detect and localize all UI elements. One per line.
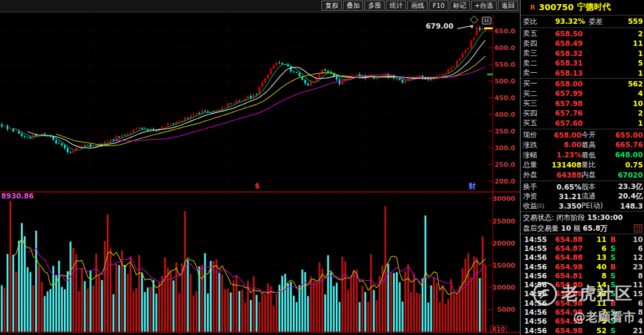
peak-price-annotation: 679.00 [426,22,476,30]
weibi-value: 93.32% [546,17,585,26]
ask-label: 卖二 [523,58,546,69]
ask-count: 1 [583,49,643,58]
trade-row: 14:56654.987S8 [521,308,644,317]
toolbar-multi-stock-button[interactable]: 多股 [364,1,385,11]
toolbar-overlay-button[interactable]: 叠加 [343,1,363,11]
info-value: 67020 [609,171,643,179]
trade-side: B [606,263,620,271]
trade-volume: 11 [583,299,606,308]
trade-price: 654.98 [547,299,583,308]
bid-count: 2 [583,109,643,117]
svg-text:500.0: 500.0 [494,77,515,85]
trading-status-row: 交易状态: 闭市阶段 15:30:00 [521,213,644,223]
bid-price: 657.76 [546,109,583,117]
ask-price: 658.50 [546,30,583,38]
toolbar-draw-line-button[interactable]: 画线 [407,1,428,11]
trade-price: 654.88 [547,290,583,298]
svg-text:30000: 30000 [493,195,516,203]
svg-text:450.0: 450.0 [494,94,515,102]
trade-price: 654.88 [547,235,583,244]
trade-volume: 11 [583,235,606,244]
annotation-arrow-icon [456,23,476,30]
svg-text:600.0: 600.0 [494,44,515,52]
toolbar-buttons: 复权叠加多股统计画线F10标记+自选返回 [321,1,518,11]
trade-side: B [606,299,620,308]
toolbar-back-button[interactable]: 返回 [498,1,518,11]
toolbar-mark-button[interactable]: 标记 [450,1,470,11]
toolbar-f10-button[interactable]: F10 [429,1,448,11]
bid-row[interactable]: 买四657.762 [521,108,644,119]
bid-label: 买一 [523,79,546,89]
tick-trade-list: 14:55654.8811B1014:55654.876S614:56654.8… [521,235,644,335]
trade-time: 14:56 [524,299,547,308]
bid-price: 657.60 [546,119,583,128]
trade-row: 14:56654.905S4 [521,317,644,326]
trade-row: 14:55654.876S6 [521,244,644,253]
trade-count: 12 [620,253,643,262]
kline-chart-canvas[interactable]: 650.0600.0550.0500.0450.0400.0350.0300.0… [0,0,520,335]
status-label: 交易状态: [523,213,554,222]
svg-text:650.0: 650.0 [494,27,515,35]
status-time: 15:30:00 [587,213,623,222]
weicha-label: 委差 [585,17,608,27]
bid-label: 买二 [523,89,546,99]
bid-row[interactable]: 买三657.9810 [521,98,644,108]
ask-row[interactable]: 卖五658.502 [521,29,644,39]
ask-label: 卖五 [523,29,546,39]
trade-side: S [606,253,620,262]
finance-marker-icon[interactable]: 财 [469,181,476,191]
svg-text:10000: 10000 [493,284,516,291]
bid-row[interactable]: 买五657.601 [521,118,644,128]
after-hours-detail-icon[interactable] [634,224,642,232]
info-label: 换手 [523,182,547,192]
dividend-marker-icon[interactable]: $ [255,182,259,190]
trade-row: 14:56654.9852S21 [521,326,644,335]
toolbar-statistics-button[interactable]: 统计 [386,1,406,11]
info-row: 总量131408量比0.75 [521,160,644,170]
bid-price: 657.98 [546,100,583,108]
stock-header: R 300750 宁德时代 [521,1,644,13]
weicha-value: 559 [608,17,643,26]
toolbar-adjust-rights-button[interactable]: 复权 [321,1,342,11]
svg-text:400.0: 400.0 [494,111,515,119]
bid-row[interactable]: 买二657.994 [521,89,644,99]
after-hours-lots: 10 [561,224,571,232]
info-value: 0.65% [547,183,581,191]
kline-chart-region[interactable]: 650.0600.0550.0500.0450.0400.0350.0300.0… [0,0,520,335]
ask-row[interactable]: 卖二658.315 [521,58,644,69]
note-marker-icon[interactable] [482,17,491,24]
bid-count: 10 [583,100,643,108]
svg-text:200.0: 200.0 [494,178,515,185]
trade-count: 10 [620,235,643,244]
ask-row[interactable]: 卖四658.4911 [521,39,644,49]
margin-flag: R [530,4,535,11]
trade-volume: 13 [583,253,606,262]
trade-price: 654.90 [547,317,583,325]
trade-side: S [606,308,620,317]
ask-price: 658.31 [546,59,583,67]
after-hours-amount: 65.8万 [583,224,608,232]
trade-volume: 8 [583,272,606,280]
ask-queue: 卖五658.502卖四658.4911卖三658.321卖二658.315卖一6… [521,29,644,78]
info-value: 658.00 [547,131,581,139]
trade-time: 14:55 [524,235,547,244]
volume-ma-value: 8930.86 [1,192,34,200]
stock-code: 300750 [538,2,573,12]
trade-volume: 7 [583,308,606,317]
info-label: 最低 [581,150,609,160]
trade-row: 14:56654.818S8 [521,271,644,280]
info-value: 23.3亿 [609,182,643,192]
trade-count: 8 [620,308,643,317]
bid-row[interactable]: 买一658.00562 [521,79,644,89]
trade-volume: 14 [583,281,606,289]
ask-row[interactable]: 卖三658.321 [521,48,644,58]
svg-text:25000: 25000 [493,218,516,225]
ask-price: 658.13 [546,69,583,77]
info-label: 现价 [523,130,547,140]
svg-text:15000: 15000 [493,262,516,269]
trade-time: 14:56 [524,272,547,280]
ask-row[interactable]: 卖一658.131 [521,68,644,78]
trade-row: 14:56654.8813S12 [521,253,644,262]
trade-volume: 33 [583,290,606,298]
toolbar-add-watchlist-button[interactable]: +自选 [471,1,497,11]
